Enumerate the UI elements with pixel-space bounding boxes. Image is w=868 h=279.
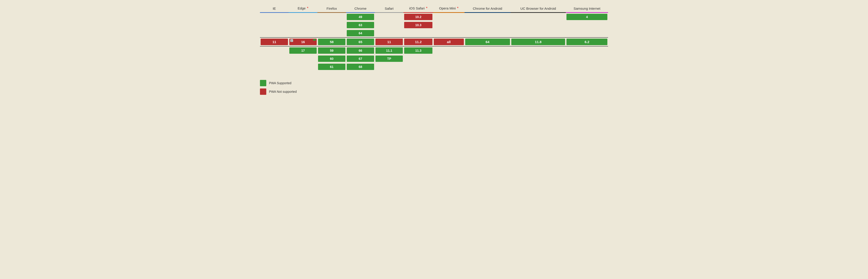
cell-below-4-2 [375,63,403,71]
version-row-below-1: 6067TP [260,55,608,63]
cell-below-8-0 [510,46,566,55]
version-row-above-1: 6310.3 [260,21,608,29]
version-block-current: 6.2 [566,39,608,45]
legend-not-supported-box [260,89,266,95]
cell-current-5: 11.2 [403,37,433,46]
version-block: 11.1 [375,47,403,54]
version-block-current: 64 [465,39,510,45]
version-block: 64 [347,30,374,36]
browser-header-edge: Edge * [289,4,317,13]
version-block: 10.2 [404,14,432,20]
legend-supported: PWA Supported [260,80,608,86]
version-row-below-2: 6168 [260,63,608,71]
version-block: 49 [347,14,374,20]
version-block: 59 [318,47,345,54]
version-block-current: 11 [375,39,403,45]
cell-above-8-0 [510,13,566,21]
cell-below-6-1 [433,55,465,63]
version-block: 67 [347,56,374,62]
compatibility-table: IEEdge *FirefoxChromeSafariiOS Safari *O… [260,4,608,71]
cell-below-0-2 [260,63,289,71]
version-row-below-0: 17596611.111.3 [260,46,608,55]
browser-header-ios-safari: iOS Safari * [403,4,433,13]
cell-above-5-1: 10.3 [403,21,433,29]
cell-current-9: 6.2 [566,37,608,46]
browser-header-chrome: Chrome [346,4,375,13]
cell-current-1: 216 [289,37,317,46]
version-block-current: 65 [347,39,374,45]
version-block-current: 58 [318,39,345,45]
version-row-above-0: 4910.24 [260,13,608,21]
note-icon: 2 [290,39,293,42]
cell-above-3-0: 49 [346,13,375,21]
cell-below-1-0: 17 [289,46,317,55]
legend: PWA Supported PWA Not supported [260,80,608,95]
cell-below-9-1 [566,55,608,63]
cell-above-5-2 [403,29,433,37]
cell-below-1-1 [289,55,317,63]
current-version-row: 1121658651111.2all6411.86.2 [260,37,608,46]
cell-above-1-2 [289,29,317,37]
version-block: 10.3 [404,22,432,28]
version-block-current: 11.2 [404,39,432,45]
cell-above-8-1 [510,21,566,29]
cell-above-1-1 [289,21,317,29]
cell-below-2-1: 60 [317,55,346,63]
cell-below-3-1: 67 [346,55,375,63]
cell-below-0-0 [260,46,289,55]
cell-above-4-2 [375,29,403,37]
cell-above-6-2 [433,29,465,37]
cell-above-4-1 [375,21,403,29]
cell-below-9-0 [566,46,608,55]
cell-above-6-0 [433,13,465,21]
cell-below-6-0 [433,46,465,55]
cell-above-2-0 [317,13,346,21]
cell-above-2-1 [317,21,346,29]
cell-above-8-2 [510,29,566,37]
browser-header-firefox: Firefox [317,4,346,13]
version-block: 63 [347,22,374,28]
cell-above-9-2 [566,29,608,37]
cell-below-7-1 [465,55,510,63]
cell-above-5-0: 10.2 [403,13,433,21]
cell-above-9-1 [566,21,608,29]
cell-above-4-0 [375,13,403,21]
cell-current-0: 11 [260,37,289,46]
cell-above-2-2 [317,29,346,37]
version-block: 61 [318,64,345,70]
main-container: IEEdge *FirefoxChromeSafariiOS Safari *O… [260,4,608,95]
cell-below-3-2: 68 [346,63,375,71]
legend-supported-label: PWA Supported [269,81,291,85]
cell-below-2-0: 59 [317,46,346,55]
cell-above-0-1 [260,21,289,29]
cell-above-3-2: 64 [346,29,375,37]
cell-below-3-0: 66 [346,46,375,55]
cell-above-7-1 [465,21,510,29]
browser-header-samsung-internet: Samsung Internet [566,4,608,13]
version-block-current: 11 [260,39,288,45]
version-block: 4 [566,14,608,20]
cell-below-9-2 [566,63,608,71]
cell-current-2: 58 [317,37,346,46]
cell-below-1-2 [289,63,317,71]
cell-above-1-0 [289,13,317,21]
cell-below-0-1 [260,55,289,63]
cell-below-5-0: 11.3 [403,46,433,55]
cell-above-7-0 [465,13,510,21]
cell-below-8-1 [510,55,566,63]
cell-below-5-1 [403,55,433,63]
cell-below-4-0: 11.1 [375,46,403,55]
version-block: 17 [289,47,317,54]
cell-current-3: 65 [346,37,375,46]
version-block-current: all [434,39,464,45]
browser-header-row: IEEdge *FirefoxChromeSafariiOS Safari *O… [260,4,608,13]
cell-above-3-1: 63 [346,21,375,29]
cell-below-7-0 [465,46,510,55]
cell-below-4-1: TP [375,55,403,63]
legend-not-supported-label: PWA Not supported [269,90,297,94]
browser-header-opera-mini: Opera Mini * [433,4,465,13]
legend-supported-box [260,80,266,86]
browser-header-uc-browser-for-android: UC Browser for Android [510,4,566,13]
cell-below-8-2 [510,63,566,71]
version-block-current: 16 [289,39,317,45]
